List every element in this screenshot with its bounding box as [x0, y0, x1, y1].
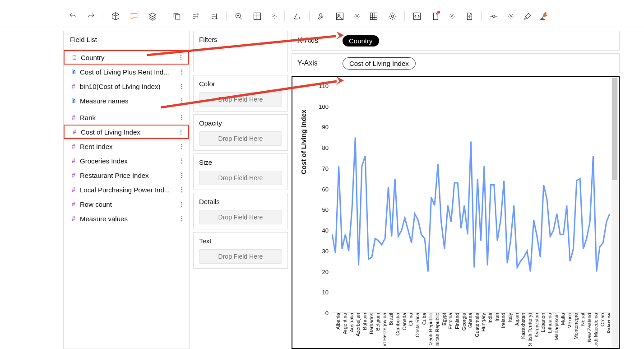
field-row-count[interactable]: #Row count⋮ [64, 197, 189, 211]
field-bin10-cost-of-living-index-[interactable]: #bin10(Cost of Living Index)⋮ [64, 79, 189, 93]
field-rank[interactable]: #Rank⋮ [64, 110, 189, 125]
field-cost-of-living-index[interactable]: #Cost of Living Index⋮ [64, 125, 189, 139]
x-tick: Albania [335, 313, 341, 330]
redo-button[interactable] [84, 9, 97, 23]
field-label: Country [81, 54, 177, 61]
field-menu-icon[interactable]: ⋮ [178, 83, 185, 90]
x-tick: Cuba [422, 313, 427, 325]
code-button[interactable] [410, 9, 423, 23]
x-tick: North Macedonia [593, 313, 598, 346]
field-cost-of-living-plus-rent-ind-[interactable]: 🗎Cost of Living Plus Rent Ind...⋮ [64, 65, 189, 79]
number-field-icon: # [70, 172, 77, 179]
y-axis-shelf[interactable]: Y-Axis Cost of Living Index [292, 53, 620, 73]
field-measure-names[interactable]: 🗎Measure names⋮ [64, 93, 189, 108]
y-tick: 90 [322, 124, 329, 130]
field-local-purchasing-power-ind-[interactable]: #Local Purchasing Power Ind...⋮ [64, 182, 189, 197]
x-tick: Kazakhstan [520, 313, 526, 339]
commit-button[interactable] [487, 9, 500, 23]
x-tick: Bahrain [362, 313, 367, 330]
y-tick: 40 [322, 227, 329, 234]
details-label: Details [199, 198, 282, 205]
x-tick: Argentina [342, 313, 347, 334]
zoom-in-button[interactable] [232, 9, 245, 23]
details-shelf[interactable]: Details Drop Field Here [193, 193, 288, 229]
field-country[interactable]: 🗎Country⋮ [64, 50, 189, 65]
field-menu-icon[interactable]: ⋮ [178, 172, 185, 179]
x-tick: Brazil [388, 313, 394, 326]
field-list-title: Field List [64, 31, 189, 48]
field-menu-icon[interactable]: ⋮ [178, 97, 185, 104]
doc-gear-button[interactable] [447, 9, 457, 23]
x-tick: Cambodia [395, 313, 400, 335]
field-measure-values[interactable]: #Measure values⋮ [64, 211, 189, 226]
sort-desc-button[interactable] [208, 9, 221, 23]
field-label: Rent Index [80, 143, 178, 150]
field-menu-icon[interactable]: ⋮ [178, 186, 185, 193]
x-tick: Ireland [500, 313, 506, 328]
field-rent-index[interactable]: #Rent Index⋮ [64, 139, 189, 154]
filters-shelf[interactable]: Filters [193, 31, 288, 72]
field-menu-icon[interactable]: ⋮ [178, 200, 185, 208]
size-shelf[interactable]: Size Drop Field Here [193, 154, 288, 190]
y-tick: 20 [322, 268, 329, 275]
y-axis-pill[interactable]: Cost of Living Index [343, 57, 416, 70]
image-button[interactable] [334, 9, 347, 23]
field-menu-icon[interactable]: ⋮ [178, 68, 185, 75]
plot-area[interactable] [332, 86, 610, 313]
undo-button[interactable] [66, 9, 79, 23]
export-button[interactable] [463, 9, 476, 23]
field-menu-icon[interactable]: ⋮ [177, 128, 184, 135]
y-tick: 30 [322, 247, 329, 254]
x-tick: Nepal [580, 313, 585, 326]
wrench-button[interactable] [315, 9, 328, 23]
number-field-icon: # [70, 143, 77, 150]
field-label: Measure names [80, 97, 178, 105]
color-drop[interactable]: Drop Field Here [199, 92, 282, 107]
field-menu-icon[interactable]: ⋮ [178, 143, 185, 150]
copy-button[interactable] [171, 9, 184, 23]
brush-button[interactable] [521, 9, 534, 23]
x-tick: Costa Rica [415, 313, 420, 337]
doc-button[interactable] [429, 9, 442, 23]
opacity-shelf[interactable]: Opacity Drop Field Here [193, 114, 288, 151]
resize-gear-button[interactable] [269, 9, 279, 23]
field-groceries-index[interactable]: #Groceries Index⋮ [64, 154, 189, 168]
x-tick: Australia [349, 313, 354, 332]
text-shelf[interactable]: Text Drop Field Here [193, 232, 288, 269]
opacity-label: Opacity [199, 119, 282, 127]
chat-button[interactable] [127, 9, 140, 23]
number-field-icon: # [70, 215, 77, 222]
x-axis-label: X-Axis [297, 37, 324, 45]
field-menu-icon[interactable]: ⋮ [178, 215, 185, 222]
vertical-scrollbar[interactable] [612, 78, 618, 347]
resize-button[interactable] [250, 9, 264, 23]
commit-gear-button[interactable] [506, 9, 516, 23]
opacity-drop[interactable]: Drop Field Here [199, 131, 282, 146]
image-gear-button[interactable] [352, 9, 362, 23]
y-tick: 80 [322, 144, 329, 151]
x-tick: Japan [514, 313, 519, 326]
text-drop[interactable]: Drop Field Here [199, 249, 282, 264]
size-label: Size [199, 158, 282, 166]
field-menu-icon[interactable]: ⋮ [178, 114, 185, 121]
gear-button[interactable] [386, 9, 399, 23]
x-axis-pill[interactable]: Country [343, 35, 379, 47]
size-drop[interactable]: Drop Field Here [199, 171, 282, 185]
svg-point-12 [510, 15, 512, 17]
x-tick: Lithuania [547, 313, 552, 333]
color-shelf[interactable]: Color Drop Field Here [193, 75, 288, 112]
field-label: Rank [80, 114, 178, 121]
text-field-icon: 🗎 [70, 68, 77, 75]
field-menu-icon[interactable]: ⋮ [178, 157, 185, 164]
field-restaurant-price-index[interactable]: #Restaurant Price Index⋮ [64, 168, 189, 182]
x-tick: Palestine [607, 313, 610, 333]
details-drop[interactable]: Drop Field Here [199, 210, 282, 224]
sort-asc-button[interactable] [189, 9, 202, 23]
x-axis-shelf[interactable]: X-Axis Country [292, 31, 620, 51]
field-menu-icon[interactable]: ⋮ [177, 54, 184, 61]
table-button[interactable] [367, 9, 380, 23]
theme-button[interactable] [290, 9, 303, 23]
cube-button[interactable] [109, 9, 122, 23]
y-tick: 0 [325, 310, 329, 316]
layers-button[interactable] [146, 9, 159, 23]
